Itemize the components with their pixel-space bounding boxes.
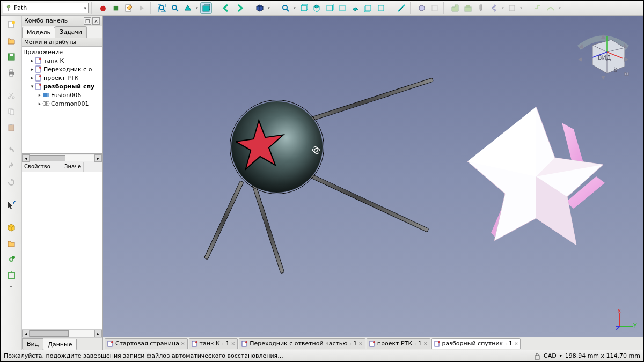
scroll-right-button[interactable]: ▸ (94, 154, 102, 162)
part-group-button[interactable] (4, 237, 19, 250)
nav-forward-button[interactable] (233, 2, 245, 14)
copy-button[interactable] (4, 105, 19, 119)
workbench-selector[interactable]: Path ▾ (3, 3, 89, 13)
navigation-cube[interactable]: ВИД Б (574, 26, 633, 85)
scroll-left-button[interactable]: ◂ (22, 330, 30, 337)
dropdown-arrow-icon[interactable]: ▾ (292, 6, 297, 10)
refresh-button[interactable] (4, 175, 19, 189)
chevron-down-icon[interactable]: ▾ (560, 353, 562, 358)
close-tab-icon[interactable]: ✕ (358, 341, 363, 346)
cut-button[interactable] (4, 88, 19, 102)
view-left-button[interactable] (362, 2, 374, 14)
property-body[interactable] (22, 172, 102, 329)
expand-icon[interactable]: ▸ (37, 92, 42, 98)
panel-float-button[interactable]: □ (84, 17, 91, 25)
stop-button[interactable]: ■ (110, 2, 122, 14)
tab-view[interactable]: Вид (22, 338, 43, 350)
path-dressup-2-button[interactable] (545, 2, 557, 14)
doc-tab[interactable]: Стартовая страница ✕ (105, 338, 188, 349)
dropdown-arrow-icon[interactable]: ▾ (195, 6, 199, 10)
zoom-fit-button[interactable] (156, 2, 168, 14)
expand-icon[interactable]: ▸ (30, 67, 35, 72)
3d-viewport[interactable]: ВИД Б Y X Z (103, 16, 643, 337)
tab-model[interactable]: Модель (22, 27, 55, 38)
redo-button[interactable] (4, 159, 19, 173)
doc-tab-active[interactable]: разборный спутник : 1 ✕ (431, 338, 521, 349)
view-rear-button[interactable] (336, 2, 348, 14)
dropdown-arrow-icon[interactable]: ▾ (267, 6, 271, 10)
view-top-button[interactable] (311, 2, 323, 14)
tree-hscrollbar[interactable]: ◂ ▸ (22, 154, 102, 162)
open-file-button[interactable] (4, 34, 19, 48)
path-pocket-button[interactable] (462, 2, 474, 14)
dropdown-arrow-icon[interactable]: ▾ (9, 285, 13, 289)
axes-indicator: Y X Z (616, 309, 637, 330)
model-tree[interactable]: Приложение ▸ танк К ▸ Переходник с о ▸ п… (22, 47, 102, 154)
nav-mode[interactable]: CAD (544, 352, 557, 359)
link-make-button[interactable] (4, 253, 19, 267)
tab-data[interactable]: Данные (43, 339, 77, 350)
scroll-left-button[interactable]: ◂ (22, 154, 30, 162)
part-box-button[interactable] (4, 220, 19, 234)
bounding-box-button[interactable] (200, 2, 212, 14)
new-file-button[interactable] (4, 18, 19, 32)
undo-button[interactable] (4, 143, 19, 157)
path-profile-button[interactable] (449, 2, 461, 14)
expand-icon[interactable]: ▸ (37, 101, 42, 106)
tree-item-child[interactable]: ▸ Fusion006 (22, 91, 102, 99)
tab-tasks[interactable]: Задачи (55, 26, 87, 38)
expand-icon[interactable]: ▸ (30, 58, 35, 63)
svg-rect-13 (465, 7, 471, 11)
macro-play-button[interactable] (136, 2, 148, 14)
document-icon (35, 65, 42, 73)
record-button[interactable]: ● (97, 2, 109, 14)
path-drill-button[interactable] (475, 2, 487, 14)
close-tab-icon[interactable]: ✕ (231, 341, 236, 346)
close-tab-icon[interactable]: ✕ (423, 341, 428, 346)
link-group-button[interactable] (4, 269, 19, 283)
path-engrave-button[interactable] (506, 2, 518, 14)
path-helix-button[interactable] (488, 2, 500, 14)
paste-button[interactable] (4, 121, 19, 135)
left-toolbar: ? ▾ (1, 16, 22, 350)
property-col-value: Значе (62, 162, 84, 172)
collapse-icon[interactable]: ▾ (30, 84, 35, 89)
measure-button[interactable] (396, 2, 407, 14)
dropdown-arrow-icon[interactable]: ▾ (519, 6, 523, 10)
tree-item[interactable]: ▸ танк К (22, 56, 102, 65)
path-dressup-1-button[interactable] (532, 2, 544, 14)
print-button[interactable] (4, 66, 19, 80)
prop-hscrollbar[interactable]: ◂ ▸ (22, 329, 102, 338)
draw-style-button[interactable] (182, 2, 194, 14)
view-front-button[interactable] (298, 2, 310, 14)
doc-tab[interactable]: проект РТК : 1 ✕ (367, 338, 430, 349)
view-right-button[interactable] (324, 2, 335, 14)
doc-tab[interactable]: Переходник с ответной частью : 1 ✕ (239, 338, 365, 349)
scroll-right-button[interactable]: ▸ (94, 330, 102, 337)
expand-icon[interactable]: ▸ (30, 75, 35, 80)
dropdown-arrow-icon[interactable]: ▾ (501, 6, 505, 10)
zoom-region-button[interactable] (280, 2, 291, 14)
zoom-selection-button[interactable] (169, 2, 181, 14)
tree-item-child[interactable]: ▸ Common001 (22, 99, 102, 108)
save-file-button[interactable] (4, 50, 19, 64)
tree-item-active[interactable]: ▾ разборный спу (22, 82, 102, 91)
tree-root[interactable]: Приложение (22, 48, 102, 56)
view-bottom-button[interactable] (349, 2, 361, 14)
panel-close-button[interactable]: × (92, 17, 100, 25)
macro-edit-button[interactable] (123, 2, 135, 14)
path-tool-1-button[interactable] (416, 2, 428, 14)
dropdown-arrow-icon[interactable]: ▾ (558, 6, 562, 10)
doc-tab[interactable]: танк К : 1 ✕ (189, 338, 238, 349)
view-iso2-button[interactable] (375, 2, 387, 14)
close-tab-icon[interactable]: ✕ (181, 341, 185, 346)
svg-point-16 (12, 21, 15, 24)
lock-icon[interactable] (534, 352, 540, 360)
isometric-view-button[interactable] (254, 2, 266, 14)
path-tool-2-button[interactable] (429, 2, 441, 14)
whats-this-button[interactable]: ? (4, 198, 19, 212)
nav-back-button[interactable] (221, 2, 232, 14)
tree-item[interactable]: ▸ Переходник с о (22, 65, 102, 73)
tree-item[interactable]: ▸ проект РТК (22, 73, 102, 82)
close-tab-icon[interactable]: ✕ (514, 341, 518, 346)
